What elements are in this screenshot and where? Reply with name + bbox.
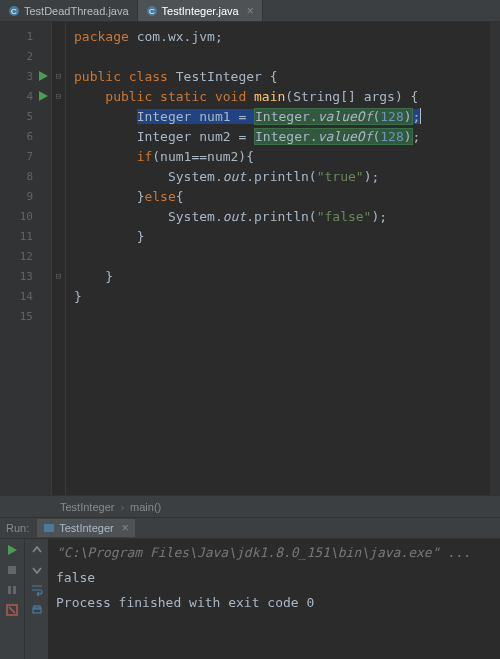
gutter: 1 2 3 4 5 6 7 8 9 10 11 12 13 14 15 xyxy=(0,22,52,495)
fold-toggle-icon[interactable]: ⊟ xyxy=(52,86,65,106)
java-class-icon: C xyxy=(146,5,158,17)
line-number: 11 xyxy=(0,230,51,243)
editor-tabs: C TestDeadThread.java C TestInteger.java… xyxy=(0,0,500,22)
code-editor[interactable]: package com.wx.jvm; public class TestInt… xyxy=(66,22,500,495)
line-number: 12 xyxy=(0,250,51,263)
editor-area: 1 2 3 4 5 6 7 8 9 10 11 12 13 14 15 ⊟ ⊟ … xyxy=(0,22,500,495)
svg-rect-9 xyxy=(8,586,11,594)
svg-text:C: C xyxy=(11,7,17,16)
exit-icon[interactable] xyxy=(5,603,19,617)
svg-text:C: C xyxy=(149,7,155,16)
run-toolwindow-header: Run: TestInteger × xyxy=(0,517,500,539)
close-icon[interactable]: × xyxy=(247,4,254,18)
breadcrumb-class[interactable]: TestInteger xyxy=(60,501,114,513)
run-toolbar-right xyxy=(24,539,48,659)
console-line: false xyxy=(56,570,492,585)
chevron-right-icon: › xyxy=(120,501,124,513)
line-number: 1 xyxy=(0,30,51,43)
line-number: 7 xyxy=(0,150,51,163)
fold-end-icon[interactable]: ⊟ xyxy=(52,266,65,286)
run-toolbar-left xyxy=(0,539,24,659)
breadcrumb-method[interactable]: main() xyxy=(130,501,161,513)
console-line: Process finished with exit code 0 xyxy=(56,595,492,610)
console-cmd: "C:\Program Files\Java\jdk1.8.0_151\bin\… xyxy=(56,545,492,560)
line-number: 10 xyxy=(0,210,51,223)
svg-rect-6 xyxy=(44,524,54,532)
line-number: 14 xyxy=(0,290,51,303)
down-icon[interactable] xyxy=(30,563,44,577)
tab-label: TestInteger.java xyxy=(162,5,239,17)
svg-rect-10 xyxy=(13,586,16,594)
svg-marker-4 xyxy=(39,71,48,81)
run-gutter-icon[interactable] xyxy=(37,90,49,102)
line-number: 2 xyxy=(0,50,51,63)
run-label: Run: xyxy=(6,522,29,534)
tab-testinteger[interactable]: C TestInteger.java × xyxy=(138,0,263,21)
fold-toggle-icon[interactable]: ⊟ xyxy=(52,66,65,86)
up-icon[interactable] xyxy=(30,543,44,557)
caret xyxy=(420,108,421,124)
line-number: 13 xyxy=(0,270,51,283)
line-number: 5 xyxy=(0,110,51,123)
close-icon[interactable]: × xyxy=(122,521,129,535)
run-panel: "C:\Program Files\Java\jdk1.8.0_151\bin\… xyxy=(0,539,500,659)
wrap-icon[interactable] xyxy=(30,583,44,597)
svg-marker-5 xyxy=(39,91,48,101)
line-number: 9 xyxy=(0,190,51,203)
svg-marker-7 xyxy=(8,545,17,555)
svg-line-12 xyxy=(9,607,15,613)
breadcrumb: TestInteger › main() xyxy=(0,495,500,517)
error-stripe[interactable] xyxy=(490,22,500,495)
console-output[interactable]: "C:\Program Files\Java\jdk1.8.0_151\bin\… xyxy=(48,539,500,659)
fold-column: ⊟ ⊟ ⊟ xyxy=(52,22,66,495)
pause-icon[interactable] xyxy=(5,583,19,597)
run-tab-label: TestInteger xyxy=(59,522,113,534)
java-class-icon: C xyxy=(8,5,20,17)
svg-rect-8 xyxy=(8,566,16,574)
line-number: 6 xyxy=(0,130,51,143)
run-gutter-icon[interactable] xyxy=(37,70,49,82)
print-icon[interactable] xyxy=(30,603,44,617)
tab-label: TestDeadThread.java xyxy=(24,5,129,17)
rerun-icon[interactable] xyxy=(5,543,19,557)
line-number: 8 xyxy=(0,170,51,183)
line-number: 15 xyxy=(0,310,51,323)
run-tab[interactable]: TestInteger × xyxy=(37,519,134,537)
tab-testdeadthread[interactable]: C TestDeadThread.java xyxy=(0,0,138,21)
stop-icon[interactable] xyxy=(5,563,19,577)
run-config-icon xyxy=(43,522,55,534)
